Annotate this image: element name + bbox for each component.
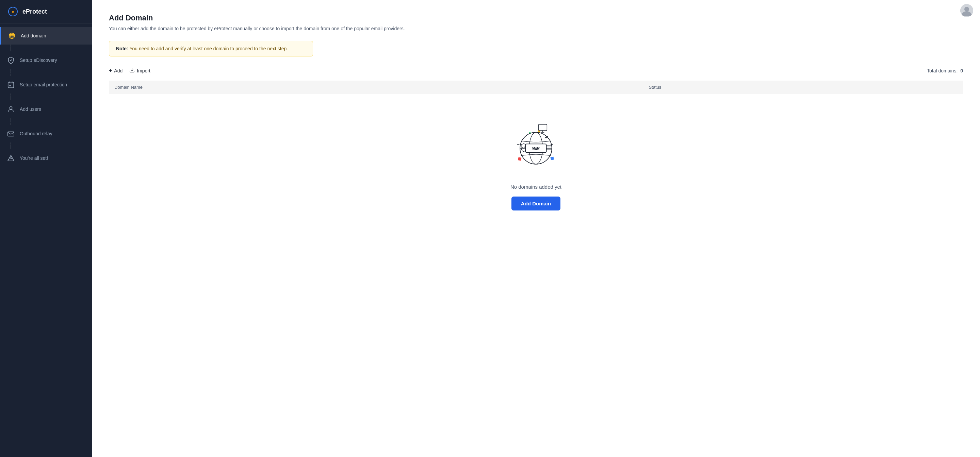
sidebar-item-youre-all-set-label: You're all set! — [20, 156, 48, 161]
nav-connector-5 — [11, 143, 11, 149]
plus-icon: + — [109, 68, 112, 74]
svg-marker-15 — [8, 156, 14, 161]
sidebar-navigation: Add domain Setup eDiscovery — [0, 24, 92, 457]
sidebar: e eProtect Add domain — [0, 0, 92, 457]
empty-state-illustration: WWW — [505, 114, 566, 176]
user-avatar[interactable] — [960, 4, 973, 17]
nav-connector-2 — [11, 69, 11, 76]
globe-icon — [8, 32, 16, 40]
sidebar-item-outbound-relay-label: Outbound relay — [20, 131, 52, 136]
note-text: You need to add and verify at least one … — [128, 46, 288, 51]
table-header-row: Domain Name Status — [109, 81, 963, 94]
shield-check-icon — [7, 56, 15, 64]
total-domains: Total domains: 0 — [927, 68, 963, 73]
svg-rect-21 — [518, 157, 521, 160]
add-button[interactable]: + Add — [109, 66, 123, 75]
eprotect-logo: e — [7, 5, 19, 18]
sidebar-item-youre-all-set[interactable]: You're all set! — [0, 149, 92, 167]
page-subtitle: You can either add the domain to be prot… — [109, 26, 415, 31]
svg-point-17 — [964, 7, 969, 11]
actions-row: + Add Import Total domains: 0 — [109, 66, 963, 75]
mountain-icon — [7, 154, 15, 162]
add-domain-button[interactable]: Add Domain — [511, 197, 560, 211]
import-button[interactable]: Import — [129, 66, 150, 75]
actions-left: + Add Import — [109, 66, 150, 75]
table-header: Domain Name Status — [109, 81, 963, 94]
svg-text:WWW: WWW — [532, 146, 540, 151]
nav-connector-4 — [11, 118, 11, 125]
sidebar-item-setup-ediscovery-label: Setup eDiscovery — [20, 57, 57, 63]
sidebar-item-setup-email-protection[interactable]: Setup email protection — [0, 76, 92, 94]
users-icon — [7, 105, 15, 113]
note-prefix: Note: — [116, 46, 128, 51]
sidebar-item-outbound-relay[interactable]: Outbound relay — [0, 125, 92, 143]
add-label: Add — [114, 68, 123, 73]
column-status: Status — [643, 81, 963, 94]
note-box: Note: You need to add and verify at leas… — [109, 41, 313, 56]
empty-state-text: No domains added yet — [511, 184, 562, 190]
svg-text:e: e — [12, 10, 14, 14]
app-name: eProtect — [22, 8, 47, 15]
sidebar-item-add-domain-label: Add domain — [21, 33, 46, 38]
svg-point-13 — [10, 107, 12, 109]
total-domains-count: 0 — [960, 68, 963, 73]
main-content: Add Domain You can either add the domain… — [92, 0, 980, 457]
nav-connector-1 — [11, 44, 11, 51]
sidebar-item-setup-email-protection-label: Setup email protection — [20, 82, 67, 87]
column-domain-name: Domain Name — [109, 81, 643, 94]
sidebar-item-add-users[interactable]: Add users — [0, 100, 92, 118]
page-title: Add Domain — [109, 14, 963, 22]
avatar-icon — [960, 4, 973, 17]
total-domains-label: Total domains: — [927, 68, 958, 73]
import-label: Import — [137, 68, 150, 73]
sidebar-item-add-users-label: Add users — [20, 106, 41, 112]
svg-rect-23 — [538, 124, 547, 130]
empty-state: WWW No domains added yet Add Domain — [109, 94, 963, 231]
sidebar-header: e eProtect — [0, 0, 92, 24]
svg-rect-22 — [550, 156, 554, 160]
import-icon — [129, 67, 135, 74]
sidebar-item-add-domain[interactable]: Add domain — [0, 27, 92, 44]
nav-connector-3 — [11, 94, 11, 100]
svg-rect-8 — [8, 82, 14, 88]
domain-table: Domain Name Status — [109, 81, 963, 94]
calendar-icon — [7, 81, 15, 89]
svg-rect-12 — [10, 85, 11, 86]
mail-icon — [7, 130, 15, 138]
sidebar-item-setup-ediscovery[interactable]: Setup eDiscovery — [0, 51, 92, 69]
